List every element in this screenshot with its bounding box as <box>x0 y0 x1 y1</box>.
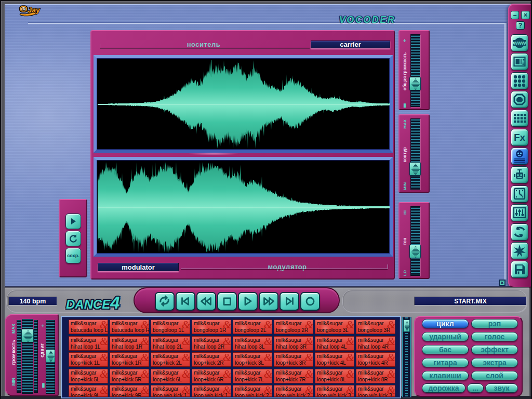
svg-text:Jay: Jay <box>28 6 41 14</box>
svg-text:Fx: Fx <box>514 132 526 143</box>
svg-text:e: e <box>22 6 25 11</box>
svg-text:WWW: WWW <box>514 41 526 46</box>
